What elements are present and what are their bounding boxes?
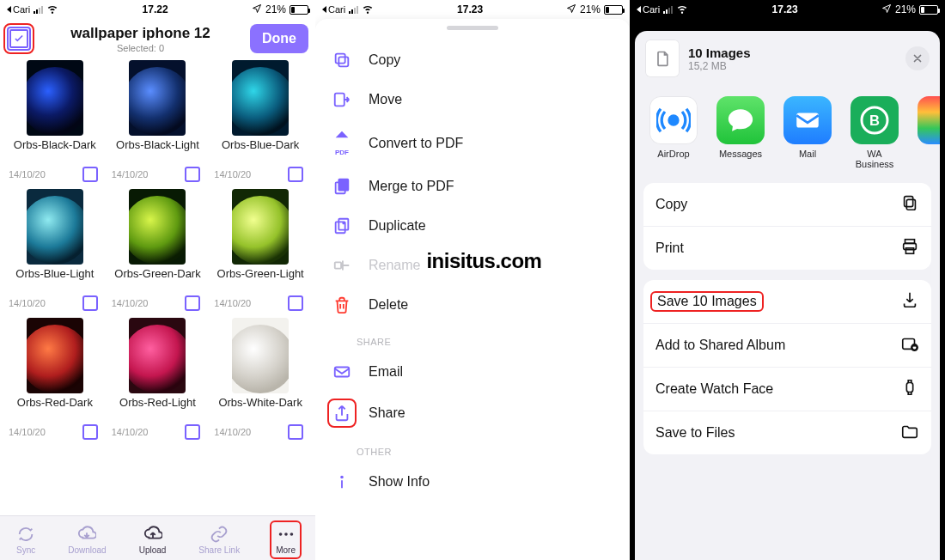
file-item[interactable]: Orbs-Black-Light 14/10/20 <box>108 60 208 186</box>
delete-action[interactable]: Delete <box>331 285 614 325</box>
svg-point-1 <box>284 533 288 536</box>
duplicate-icon <box>331 216 353 235</box>
share-app-airdrop[interactable]: AirDrop <box>647 96 700 169</box>
more-label: More <box>276 545 296 555</box>
mail-icon <box>783 96 832 144</box>
select-checkbox[interactable] <box>185 167 200 182</box>
file-item[interactable]: Orbs-Blue-Light 14/10/20 <box>5 189 105 314</box>
svg-rect-17 <box>906 199 915 210</box>
upload-button[interactable]: Upload <box>139 525 167 555</box>
file-date: 14/10/20 <box>9 427 46 437</box>
select-checkbox[interactable] <box>185 424 200 440</box>
share-app-mail[interactable]: Mail <box>781 96 834 169</box>
select-checkbox[interactable] <box>82 424 98 440</box>
file-date: 14/10/20 <box>112 169 149 180</box>
svg-rect-5 <box>335 94 344 107</box>
share-app-wa-business[interactable]: B WA Business <box>848 96 901 169</box>
close-button[interactable] <box>905 46 930 70</box>
sync-label: Sync <box>16 545 35 555</box>
action-add-to-shared-album[interactable]: Add to Shared Album <box>643 324 931 368</box>
file-item[interactable]: Orbs-Green-Light 14/10/20 <box>210 189 310 314</box>
file-item[interactable]: Orbs-White-Dark 14/10/20 <box>210 318 310 443</box>
file-name: Orbs-Blue-Light <box>5 268 105 294</box>
action-save-to-files[interactable]: Save to Files <box>643 411 931 454</box>
file-item[interactable]: Orbs-Black-Dark 14/10/20 <box>5 60 105 186</box>
sheet-grabber[interactable] <box>447 26 498 30</box>
select-checkbox[interactable] <box>82 295 98 311</box>
ios-share-sheet: 10 Images 15,2 MB AirDrop Messages MailB… <box>635 31 940 560</box>
signal-icon <box>34 5 43 14</box>
thumbnail <box>27 318 83 393</box>
clock: 17.22 <box>143 3 168 15</box>
back-to-app[interactable]: Cari <box>7 4 30 15</box>
action-create-watch-face[interactable]: Create Watch Face <box>643 368 931 411</box>
sync-button[interactable]: Sync <box>16 525 35 555</box>
section-other: OTHER <box>331 435 614 462</box>
wifi-icon <box>46 3 58 17</box>
upload-label: Upload <box>139 545 167 555</box>
done-button[interactable]: Done <box>250 24 308 53</box>
action-copy[interactable]: Copy <box>643 183 931 227</box>
merge-pdf-action[interactable]: Merge to PDF <box>331 167 614 206</box>
email-action[interactable]: Email <box>331 352 614 392</box>
move-action[interactable]: Move <box>331 80 614 119</box>
action-save-10-images[interactable]: Save 10 Images <box>643 280 931 324</box>
svg-point-2 <box>290 533 293 536</box>
selection-count: Selected: 0 <box>38 43 243 53</box>
svg-rect-7 <box>338 180 348 191</box>
album-icon <box>900 334 919 356</box>
thumbnail <box>232 189 289 265</box>
share-label: Share <box>369 405 405 421</box>
location-icon <box>252 3 262 16</box>
print-icon <box>900 237 919 259</box>
header: wallpaper iphone 12 Selected: 0 Done <box>0 19 315 57</box>
share-action[interactable]: Share <box>331 392 614 435</box>
copy-icon <box>900 193 919 216</box>
action-label: Save 10 Images <box>650 291 764 312</box>
file-item[interactable]: Orbs-Blue-Dark 14/10/20 <box>210 60 310 186</box>
back-to-app[interactable]: Cari <box>322 4 345 15</box>
svg-text:B: B <box>869 113 880 128</box>
copy-action[interactable]: Copy <box>331 40 614 80</box>
share-icon <box>331 402 353 424</box>
document-icon <box>645 40 680 77</box>
back-to-app[interactable]: Cari <box>637 4 660 15</box>
show-info-action[interactable]: Show Info <box>331 462 614 502</box>
duplicate-label: Duplicate <box>369 218 426 234</box>
status-bar: Cari 17.22 21% <box>0 0 315 19</box>
action-print[interactable]: Print <box>643 227 931 270</box>
file-item[interactable]: Orbs-Red-Light 14/10/20 <box>108 318 208 443</box>
file-date: 14/10/20 <box>9 169 46 180</box>
select-checkbox[interactable] <box>288 424 303 440</box>
convert-pdf-action[interactable]: PDF Convert to PDF <box>331 119 614 167</box>
share-title: 10 Images <box>688 46 897 60</box>
file-item[interactable]: Orbs-Green-Dark 14/10/20 <box>108 189 208 314</box>
file-name: Orbs-Black-Dark <box>5 139 105 165</box>
select-checkbox[interactable] <box>288 167 303 182</box>
file-name: Orbs-Blue-Dark <box>210 139 310 165</box>
svg-rect-21 <box>905 248 913 253</box>
more-button[interactable]: More <box>272 523 299 557</box>
show-info-label: Show Info <box>369 474 430 490</box>
svg-rect-14 <box>796 113 819 128</box>
page-title: wallpaper iphone 12 <box>38 25 243 42</box>
thumbnail <box>129 318 186 393</box>
file-item[interactable]: Orbs-Red-Dark 14/10/20 <box>5 318 105 443</box>
download-button[interactable]: Download <box>68 525 106 555</box>
select-checkbox[interactable] <box>288 295 303 311</box>
wifi-icon <box>362 3 374 17</box>
thumbnail <box>129 60 186 136</box>
status-bar: Cari 17.23 21% <box>630 0 945 19</box>
airdrop-icon <box>649 96 698 144</box>
select-checkbox[interactable] <box>185 295 200 311</box>
share-app-messages[interactable]: Messages <box>714 96 767 169</box>
trash-icon <box>331 295 353 314</box>
move-icon <box>331 90 353 109</box>
share-link-button[interactable]: Share Link <box>198 525 240 555</box>
share-apps-row[interactable]: AirDrop Messages MailB WA Business <box>635 86 940 173</box>
duplicate-action[interactable]: Duplicate <box>331 206 614 246</box>
share-app-more[interactable] <box>915 96 940 169</box>
location-icon <box>566 3 576 16</box>
select-all-button[interactable] <box>7 27 31 51</box>
select-checkbox[interactable] <box>82 167 98 182</box>
